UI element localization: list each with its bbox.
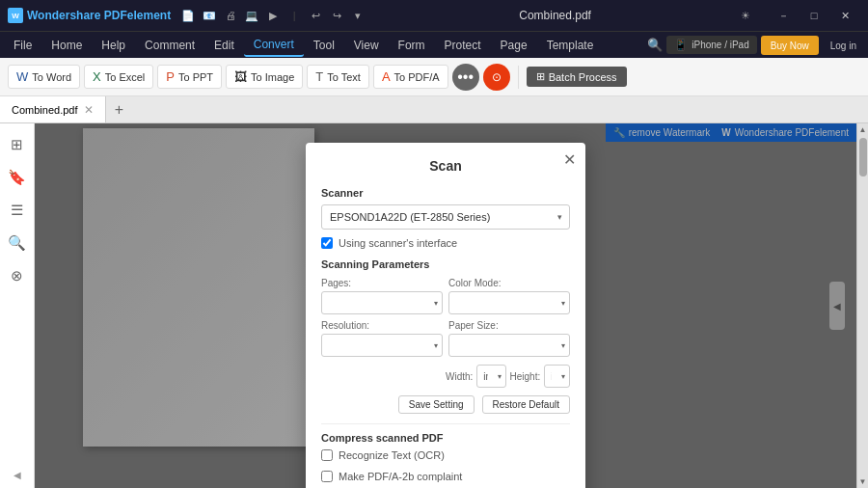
sidebar-attachment-icon[interactable]: ⊗: [4, 262, 31, 289]
sidebar-thumbnail-icon[interactable]: ⊞: [4, 131, 31, 158]
title-bar: W Wondershare PDFelement 📄 📧 🖨 💻 ▶ | ↩ ↪…: [0, 0, 868, 31]
recognize-text-row: Recognize Text (OCR): [321, 449, 570, 461]
scan-circle-button[interactable]: ⊙: [483, 64, 510, 91]
paper-size-select[interactable]: [448, 334, 570, 357]
sun-icon: ☀: [737, 7, 754, 24]
modal-title: Scan: [321, 158, 570, 174]
color-mode-label: Color Mode:: [448, 278, 570, 288]
buy-now-label: Buy Now: [771, 41, 809, 51]
word-icon: W: [16, 69, 28, 84]
more-convert-button[interactable]: •••: [452, 64, 479, 91]
to-word-label: To Word: [32, 71, 71, 83]
right-scrollbar[interactable]: ▲ ▼: [856, 123, 868, 488]
menu-convert[interactable]: Convert: [244, 34, 304, 57]
scroll-thumb[interactable]: [859, 138, 867, 176]
pages-select-wrapper: ▾: [321, 291, 443, 314]
menu-edit[interactable]: Edit: [204, 35, 244, 56]
print-icon[interactable]: 🖨: [223, 8, 238, 23]
to-excel-button[interactable]: X To Excel: [84, 65, 153, 89]
logo-icon: W: [8, 8, 23, 23]
batch-process-button[interactable]: ⊞ Batch Process: [527, 67, 627, 87]
batch-label: Batch Process: [549, 71, 617, 83]
to-pdfa-button[interactable]: A To PDF/A: [373, 65, 448, 89]
main-area: ⊞ 🔖 ☰ 🔍 ⊗ ◀ 🔧 remove Watermark W Wonders…: [0, 123, 868, 488]
menu-tool[interactable]: Tool: [304, 35, 344, 56]
dropdown-icon[interactable]: ▾: [350, 8, 366, 23]
resolution-label: Resolution:: [321, 320, 443, 331]
menu-home[interactable]: Home: [41, 35, 92, 56]
menu-file[interactable]: File: [4, 35, 41, 56]
sidebar-search-icon[interactable]: 🔍: [4, 230, 31, 257]
menu-protect[interactable]: Protect: [435, 35, 491, 56]
content-area: 🔧 remove Watermark W Wondershare PDFelem…: [35, 123, 856, 488]
app-name: Wondershare PDFelement: [27, 9, 171, 22]
window-controls: － □ ✕: [768, 0, 860, 31]
scroll-down-arrow[interactable]: ▼: [857, 475, 868, 488]
computer-icon[interactable]: 💻: [244, 8, 259, 23]
menu-form[interactable]: Form: [389, 35, 435, 56]
sidebar-collapse-arrow[interactable]: ◀: [14, 470, 21, 480]
menu-help[interactable]: Help: [92, 35, 135, 56]
buy-now-button[interactable]: Buy Now: [761, 36, 819, 55]
tab-close-button[interactable]: ✕: [84, 103, 94, 117]
make-pdf-checkbox[interactable]: [321, 471, 333, 482]
to-image-label: To Image: [251, 71, 294, 83]
compress-section: Compress scanned PDF Recognize Text (OCR…: [321, 423, 570, 482]
login-label: Log in: [830, 41, 856, 51]
paper-size-group: Paper Size: ▾: [448, 320, 570, 357]
sidebar-comment-icon[interactable]: ☰: [4, 197, 31, 224]
toolbar: W To Word X To Excel P To PPT 🖼 To Image…: [0, 58, 868, 96]
to-pdfa-label: To PDF/A: [394, 71, 440, 83]
new-file-icon[interactable]: 📄: [180, 8, 196, 23]
close-button[interactable]: ✕: [829, 0, 860, 31]
tab-combined-pdf[interactable]: Combined.pdf ✕: [0, 96, 106, 122]
menu-view[interactable]: View: [344, 35, 389, 56]
to-word-button[interactable]: W To Word: [8, 65, 80, 89]
new-tab-button[interactable]: +: [106, 96, 133, 123]
login-button[interactable]: Log in: [823, 36, 864, 55]
scanner-interface-checkbox[interactable]: [321, 237, 333, 249]
to-ppt-button[interactable]: P To PPT: [157, 65, 222, 89]
params-grid: Pages: ▾ Color Mode: ▾: [321, 278, 570, 357]
height-select[interactable]: in: [544, 365, 570, 388]
minimize-button[interactable]: －: [768, 0, 799, 31]
modal-close-button[interactable]: ✕: [563, 150, 576, 169]
color-mode-select[interactable]: [448, 291, 570, 314]
scan-modal: Scan ✕ Scanner EPSOND1A22D (ET-2850 Seri…: [306, 143, 585, 488]
scan-params-title: Scanning Parameters: [321, 258, 570, 270]
scroll-up-arrow[interactable]: ▲: [857, 123, 868, 136]
width-select[interactable]: in: [476, 365, 505, 388]
color-mode-select-wrapper: ▾: [448, 291, 570, 314]
maximize-button[interactable]: □: [799, 0, 829, 31]
recognize-text-checkbox[interactable]: [321, 449, 333, 461]
ipad-button[interactable]: 📱 iPhone / iPad: [666, 36, 757, 54]
text-icon: T: [315, 69, 323, 84]
menu-page[interactable]: Page: [491, 35, 537, 56]
height-row: Height: in ▾: [510, 365, 571, 388]
to-image-button[interactable]: 🖼 To Image: [226, 65, 303, 89]
redo-icon[interactable]: ↪: [329, 8, 344, 23]
width-row: Width: in ▾: [446, 365, 506, 388]
restore-default-button[interactable]: Restore Default: [482, 395, 570, 414]
width-input-wrapper: in ▾: [476, 365, 505, 388]
email-icon[interactable]: 📧: [202, 8, 217, 23]
save-setting-button[interactable]: Save Setting: [398, 395, 475, 414]
scanner-select[interactable]: EPSOND1A22D (ET-2850 Series): [321, 204, 570, 230]
to-excel-label: To Excel: [105, 71, 146, 83]
menu-comment[interactable]: Comment: [135, 35, 204, 56]
to-ppt-label: To PPT: [178, 71, 213, 83]
paper-size-label: Paper Size:: [448, 320, 570, 331]
sidebar-bookmark-icon[interactable]: 🔖: [4, 164, 31, 191]
search-icon[interactable]: 🔍: [647, 38, 663, 52]
document-title: Combined.pdf: [373, 9, 737, 22]
undo-icon[interactable]: ↩: [308, 8, 323, 23]
resolution-group: Resolution: ▾: [321, 320, 443, 357]
to-text-button[interactable]: T To Text: [307, 65, 369, 89]
play-icon[interactable]: ▶: [265, 8, 281, 23]
resolution-select[interactable]: [321, 334, 443, 357]
toolbar-divider: [518, 66, 519, 89]
ipad-label: iPhone / iPad: [692, 40, 749, 50]
pages-select[interactable]: [321, 291, 443, 314]
menu-template[interactable]: Template: [537, 35, 604, 56]
width-label: Width:: [446, 371, 473, 382]
